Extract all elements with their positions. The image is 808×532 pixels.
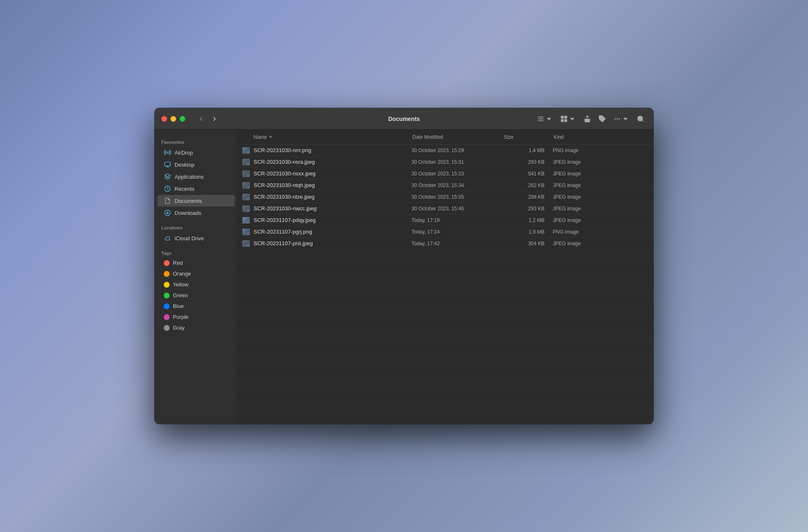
recents-label: Recents <box>175 186 195 192</box>
sidebar-item-tag-purple[interactable]: Purple <box>157 312 235 322</box>
sidebar-item-desktop[interactable]: Desktop <box>157 159 235 170</box>
file-thumbnail <box>242 147 250 154</box>
traffic-lights <box>161 116 185 122</box>
table-row[interactable]: SCR-20231030-nsxx.jpeg 30 October 2023, … <box>238 168 653 180</box>
file-thumbnail <box>242 240 250 247</box>
file-list-area: Name ▼ Date Modified Size Kind <box>238 130 653 424</box>
icloud-icon <box>164 234 171 242</box>
table-row[interactable]: SCR-20231107-pgrj.png Today, 17:24 1,9 M… <box>238 226 653 238</box>
table-row[interactable]: SCR-20231030-ntze.jpeg 30 October 2023, … <box>238 191 653 203</box>
sidebar-item-downloads[interactable]: Downloads <box>157 207 235 219</box>
sidebar-item-documents[interactable]: Documents <box>157 195 235 207</box>
file-thumbnail <box>242 229 250 235</box>
desktop-icon <box>164 161 171 168</box>
sidebar-item-airdrop[interactable]: AirDrop <box>157 147 235 158</box>
file-kind: PNG image <box>553 148 649 153</box>
finder-window: Documents <box>155 108 653 424</box>
green-tag-dot <box>164 293 170 298</box>
more-options-button[interactable] <box>611 113 632 124</box>
tag-orange-label: Orange <box>173 271 191 277</box>
file-name: SCR-20231030-nwcc.jpeg <box>254 205 411 212</box>
purple-tag-dot <box>164 314 170 320</box>
file-name: SCR-20231030-ntqh.jpeg <box>254 182 411 188</box>
empty-row <box>238 249 653 261</box>
sort-arrow-icon: ▼ <box>269 135 273 139</box>
grid-view-button[interactable] <box>558 113 579 124</box>
sidebar-item-tag-blue[interactable]: Blue <box>157 301 235 311</box>
sidebar-item-applications[interactable]: Applications <box>157 171 235 182</box>
maximize-button[interactable] <box>180 116 185 122</box>
recents-icon <box>164 185 171 192</box>
file-thumbnail <box>242 182 250 189</box>
sidebar-item-tag-red[interactable]: Red <box>157 258 235 268</box>
applications-label: Applications <box>175 174 204 180</box>
forward-button[interactable] <box>209 113 220 125</box>
list-view-button[interactable] <box>535 113 555 124</box>
downloads-icon <box>164 209 171 217</box>
sidebar-item-tag-yellow[interactable]: Yellow <box>157 279 235 290</box>
svg-rect-3 <box>561 116 564 118</box>
empty-row <box>238 354 653 366</box>
svg-point-14 <box>167 152 168 153</box>
file-thumbnail <box>242 194 250 200</box>
file-name: SCR-20231030-nsra.jpeg <box>254 159 411 165</box>
tag-green-label: Green <box>173 292 188 298</box>
sidebar-item-icloud[interactable]: iCloud Drive <box>157 232 235 244</box>
sidebar-item-recents[interactable]: Recents <box>157 183 235 195</box>
file-name: SCR-20231107-pnii.jpeg <box>254 240 411 246</box>
airdrop-label: AirDrop <box>175 150 193 156</box>
minimize-button[interactable] <box>170 116 176 122</box>
close-button[interactable] <box>161 116 167 122</box>
file-date: 30 October 2023, 15:46 <box>411 206 503 212</box>
column-header-kind[interactable]: Kind <box>554 134 649 140</box>
svg-point-10 <box>617 118 618 119</box>
empty-row <box>238 412 653 424</box>
file-date: 30 October 2023, 15:29 <box>411 148 503 153</box>
file-name: SCR-20231107-pdqy.jpeg <box>254 217 411 223</box>
table-row[interactable]: SCR-20231107-pdqy.jpeg Today, 17:19 1,2 … <box>238 214 653 226</box>
sidebar-item-tag-orange[interactable]: Orange <box>157 268 235 279</box>
empty-row <box>238 273 653 284</box>
column-header-name[interactable]: Name ▼ <box>242 134 412 140</box>
table-row[interactable]: SCR-20231030-nsra.jpeg 30 October 2023, … <box>238 156 653 168</box>
tag-red-label: Red <box>173 260 183 266</box>
file-icon <box>242 204 250 213</box>
file-icon <box>242 193 250 201</box>
sidebar-item-tag-green[interactable]: Green <box>157 290 235 300</box>
file-size: 298 KB <box>503 194 553 200</box>
empty-row <box>238 401 653 412</box>
red-tag-dot <box>164 260 170 266</box>
toolbar-actions <box>535 113 647 124</box>
back-button[interactable] <box>195 113 207 125</box>
file-rows: SCR-20231030-nrrr.png 30 October 2023, 1… <box>238 145 653 424</box>
search-button[interactable] <box>634 113 647 124</box>
file-name: SCR-20231030-ntze.jpeg <box>254 194 411 200</box>
table-row[interactable]: SCR-20231107-pnii.jpeg Today, 17:42 304 … <box>238 238 653 249</box>
file-size: 262 KB <box>503 182 553 188</box>
file-name: SCR-20231030-nrrr.png <box>254 147 411 153</box>
svg-rect-5 <box>561 119 564 122</box>
tag-blue-label: Blue <box>173 303 184 309</box>
column-header-date[interactable]: Date Modified <box>412 134 504 140</box>
empty-row <box>238 319 653 331</box>
file-date: Today, 17:42 <box>411 241 503 246</box>
empty-row <box>238 342 653 354</box>
orange-tag-dot <box>164 271 170 277</box>
column-headers: Name ▼ Date Modified Size Kind <box>238 130 653 145</box>
navigation-buttons <box>195 113 220 125</box>
airdrop-icon <box>164 149 171 156</box>
column-header-size[interactable]: Size <box>504 134 554 140</box>
file-icon <box>242 158 250 166</box>
file-size: 293 KB <box>503 206 553 212</box>
share-button[interactable] <box>581 113 594 124</box>
sidebar-item-tag-gray[interactable]: Gray <box>157 323 235 333</box>
table-row[interactable]: SCR-20231030-ntqh.jpeg 30 October 2023, … <box>238 180 653 191</box>
file-thumbnail <box>242 205 250 212</box>
table-row[interactable]: SCR-20231030-nrrr.png 30 October 2023, 1… <box>238 145 653 156</box>
file-kind: JPEG image <box>553 194 649 200</box>
table-row[interactable]: SCR-20231030-nwcc.jpeg 30 October 2023, … <box>238 203 653 214</box>
tag-button[interactable] <box>596 113 608 124</box>
gray-tag-dot <box>164 325 170 331</box>
svg-rect-15 <box>165 162 170 166</box>
file-kind: PNG image <box>553 229 649 235</box>
